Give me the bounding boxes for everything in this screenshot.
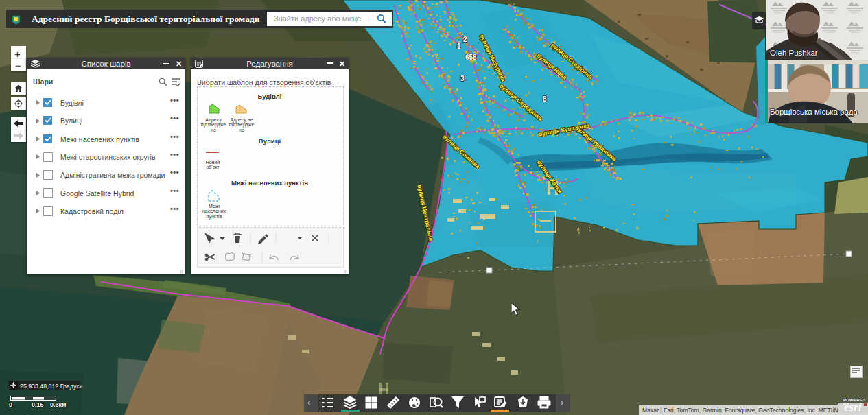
svg-text:1: 1 <box>457 43 461 50</box>
svg-text:2: 2 <box>463 36 467 43</box>
svg-text:Борщівська міська рада: Борщівська міська рада <box>770 108 858 116</box>
svg-text:Oleh Pushkar: Oleh Pushkar <box>770 49 818 57</box>
svg-text:658: 658 <box>465 54 477 61</box>
svg-text:3: 3 <box>460 75 465 82</box>
svg-text:8: 8 <box>543 95 547 103</box>
